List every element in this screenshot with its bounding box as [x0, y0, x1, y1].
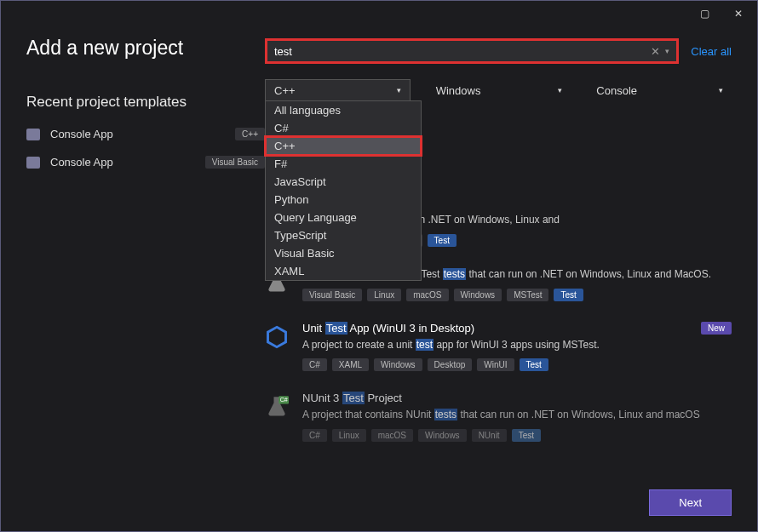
tag: NUnit [472, 429, 507, 442]
language-filter[interactable]: C++ ▾ [265, 79, 411, 101]
search-input[interactable] [274, 45, 651, 58]
chevron-down-icon: ▾ [558, 86, 562, 94]
main-content: Add a new project Recent project templat… [1, 26, 757, 452]
recent-name: Console App [50, 128, 225, 140]
tag: Linux [367, 289, 401, 301]
tag: Linux [332, 429, 366, 442]
tag: WinUI [477, 358, 514, 371]
tag: C# [302, 429, 327, 442]
tag: Windows [418, 429, 467, 442]
tag: Visual Basic [302, 289, 362, 301]
page-title: Add a new project [26, 37, 265, 60]
flask-cs-icon: C# [265, 395, 289, 419]
dropdown-option[interactable]: C# [266, 119, 421, 137]
console-icon [26, 157, 40, 169]
footer: Next [649, 489, 732, 516]
tag: XAML [332, 358, 369, 371]
tag: Test [520, 358, 548, 371]
tag: Test [428, 234, 457, 247]
filter-row: C++ ▾ Windows ▾ Console ▾ [265, 79, 732, 101]
svg-marker-0 [268, 327, 286, 346]
tag: Windows [374, 358, 422, 371]
recent-template-item[interactable]: Console App Visual Basic [26, 156, 265, 169]
tag: Desktop [428, 358, 473, 371]
tag: C# [302, 358, 327, 371]
svg-text:C#: C# [280, 398, 288, 403]
tag-row: C# XAML Windows Desktop WinUI Test [302, 358, 732, 371]
tag: Test [554, 289, 583, 301]
project-type-filter[interactable]: Console ▾ [588, 79, 732, 101]
dropdown-option[interactable]: All languages [266, 101, 421, 119]
dropdown-option[interactable]: XAML [266, 262, 421, 280]
console-icon [26, 129, 40, 140]
maximize-button[interactable]: ▢ [687, 2, 721, 26]
chevron-down-icon[interactable]: ▾ [665, 47, 669, 55]
platform-filter[interactable]: Windows ▾ [428, 79, 571, 101]
dropdown-option[interactable]: TypeScript [266, 226, 421, 244]
filter-value: C++ [274, 84, 296, 97]
template-item[interactable]: C# NUnit 3 Test Project A project that c… [265, 381, 732, 452]
tag-row: C# Linux macOS Windows NUnit Test [302, 429, 732, 442]
tag-row: Visual Basic Linux macOS Windows MSTest … [302, 289, 732, 301]
recent-heading: Recent project templates [26, 94, 265, 111]
language-badge: C++ [235, 128, 265, 140]
tag: macOS [371, 429, 413, 442]
filter-value: Windows [436, 84, 481, 97]
clear-all-link[interactable]: Clear all [691, 45, 732, 58]
template-title: Unit Test App (WinUI 3 in Desktop) [302, 322, 732, 335]
tag: Windows [454, 289, 502, 301]
language-dropdown[interactable]: All languages C# C++ F# JavaScript Pytho… [265, 100, 422, 281]
close-button[interactable]: ✕ [721, 2, 755, 26]
template-body: NUnit 3 Test Project A project that cont… [302, 392, 732, 442]
dropdown-option[interactable]: JavaScript [266, 173, 421, 191]
clear-icon[interactable]: ✕ [651, 45, 660, 58]
dropdown-option[interactable]: C++ [266, 137, 421, 155]
dropdown-option[interactable]: Query Language [266, 209, 421, 226]
template-desc: A project that contains NUnit tests that… [302, 408, 732, 422]
titlebar: ▢ ✕ [1, 1, 757, 26]
dropdown-option[interactable]: Visual Basic [266, 244, 421, 262]
new-badge: New [701, 322, 732, 335]
search-box[interactable]: ✕ ▾ [265, 38, 679, 64]
template-desc: A project to create a unit test app for … [302, 338, 732, 352]
left-panel: Add a new project Recent project templat… [26, 35, 265, 452]
template-item[interactable]: New Unit Test App (WinUI 3 in Desktop) A… [265, 312, 732, 382]
dropdown-option[interactable]: Python [266, 191, 421, 209]
hexagon-icon [265, 325, 289, 349]
next-button[interactable]: Next [649, 489, 732, 516]
recent-template-item[interactable]: Console App C++ [26, 128, 265, 140]
chevron-down-icon: ▾ [397, 86, 401, 94]
tag: macOS [406, 289, 448, 301]
search-row: ✕ ▾ Clear all [265, 38, 732, 64]
new-project-dialog: ▢ ✕ Add a new project Recent project tem… [0, 0, 758, 532]
chevron-down-icon: ▾ [719, 86, 723, 94]
tag: Test [512, 429, 541, 442]
filter-value: Console [596, 84, 637, 97]
template-body: Unit Test App (WinUI 3 in Desktop) A pro… [302, 322, 732, 372]
language-badge: Visual Basic [205, 156, 265, 169]
right-panel: ✕ ▾ Clear all C++ ▾ Windows ▾ Console ▾ [265, 35, 732, 452]
recent-name: Console App [50, 156, 195, 169]
tag: MSTest [507, 289, 548, 301]
template-title: NUnit 3 Test Project [302, 392, 732, 404]
dropdown-option[interactable]: F# [266, 155, 421, 173]
